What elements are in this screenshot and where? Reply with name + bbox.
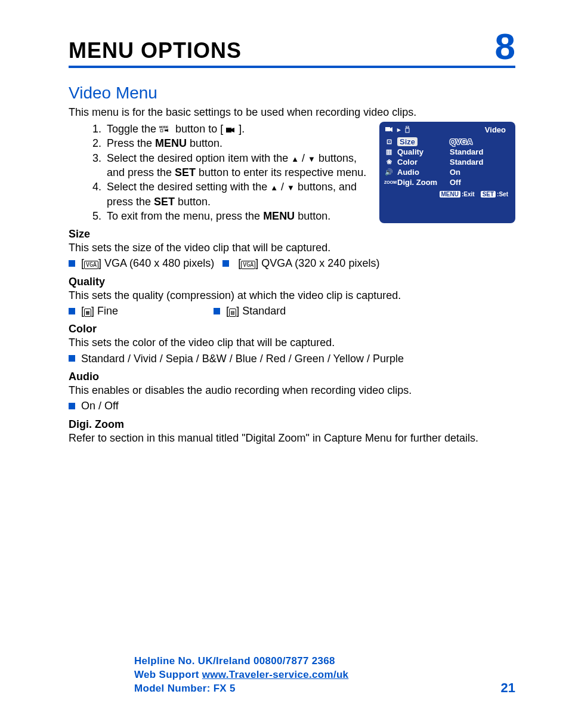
down-arrow-icon: ▼ bbox=[287, 183, 295, 192]
video-icon bbox=[385, 127, 394, 134]
svg-rect-1 bbox=[160, 129, 163, 132]
page-footer: Helpline No. UK/Ireland 00800/7877 2368 … bbox=[69, 655, 515, 696]
bullet-icon bbox=[69, 403, 75, 409]
lcd-row-digizoom: ZOOM Digi. Zoom Off bbox=[383, 177, 512, 187]
bullet-icon bbox=[69, 308, 75, 314]
step-4: Select the desired setting with the ▲ / … bbox=[104, 180, 367, 209]
footer-web: Web Support www.Traveler-service.com/uk bbox=[134, 668, 348, 682]
section-title: Video Menu bbox=[69, 84, 515, 103]
web-support-link[interactable]: www.Traveler-service.com/uk bbox=[202, 669, 349, 680]
color-options: Standard / Vivid / Sepia / B&W / Blue / … bbox=[69, 351, 515, 366]
steps-and-lcd: Toggle the MODE button to [ ]. Press the… bbox=[69, 119, 515, 223]
up-arrow-icon: ▲ bbox=[270, 183, 278, 192]
svg-rect-4 bbox=[385, 127, 390, 131]
color-heading: Color bbox=[69, 323, 515, 335]
lcd-top-icons: ▸ bbox=[385, 126, 410, 134]
quality-option-standard: [▨] Standard bbox=[214, 304, 286, 318]
svg-rect-3 bbox=[226, 128, 231, 132]
step-2: Press the MENU button. bbox=[104, 136, 367, 150]
fine-icon: ▦ bbox=[84, 309, 91, 317]
bullet-icon bbox=[222, 260, 229, 267]
digizoom-heading: Digi. Zoom bbox=[69, 418, 515, 431]
lcd-title: Video bbox=[485, 125, 506, 134]
setup-icon bbox=[404, 126, 410, 134]
vga-icon: VGA bbox=[84, 261, 98, 269]
color-desc: This sets the color of the video clip th… bbox=[69, 335, 515, 350]
digizoom-desc: Refer to section in this manual titled "… bbox=[69, 431, 515, 445]
quality-option-fine: [▦] Fine bbox=[69, 304, 118, 318]
zoom-icon: ZOOM bbox=[384, 180, 394, 184]
video-mode-icon bbox=[226, 127, 236, 134]
color-icon: ❀ bbox=[384, 158, 394, 166]
quality-options: [▦] Fine [▨] Standard bbox=[69, 304, 515, 318]
bullet-icon bbox=[214, 308, 220, 314]
lcd-row-quality: ▥ Quality Standard bbox=[383, 147, 512, 157]
chapter-number: 8 bbox=[495, 30, 515, 63]
audio-heading: Audio bbox=[69, 371, 515, 383]
up-arrow-icon: ▲ bbox=[291, 155, 299, 164]
quality-desc: This sets the quality (compression) at w… bbox=[69, 288, 515, 303]
size-option-vga: [VGA] VGA (640 x 480 pixels) bbox=[69, 256, 214, 270]
steps-list: Toggle the MODE button to [ ]. Press the… bbox=[104, 122, 367, 223]
audio-options: On / Off bbox=[69, 399, 515, 413]
size-option-qvga: [VGA] QVGA (320 x 240 pixels) bbox=[222, 256, 379, 270]
qvga-icon: VGA bbox=[241, 261, 255, 269]
page-number: 21 bbox=[501, 680, 515, 696]
size-icon: ⊡ bbox=[384, 138, 394, 146]
section-intro: This menu is for the basic settings to b… bbox=[69, 105, 515, 119]
lcd-row-size: ⊡ Size QVGA bbox=[383, 137, 512, 147]
step-5: To exit from the menu, press the MENU bu… bbox=[104, 209, 367, 223]
svg-text:MODE: MODE bbox=[159, 125, 169, 129]
footer-model: Model Number: FX 5 bbox=[134, 682, 348, 696]
down-arrow-icon: ▼ bbox=[308, 155, 316, 164]
svg-rect-6 bbox=[406, 128, 409, 132]
mode-icon: MODE bbox=[159, 125, 172, 134]
chapter-title: MENU OPTIONS bbox=[69, 38, 242, 63]
audio-desc: This enables or disables the audio recor… bbox=[69, 383, 515, 397]
standard-icon: ▨ bbox=[229, 309, 236, 317]
bullet-icon bbox=[69, 355, 75, 362]
chapter-header: MENU OPTIONS 8 bbox=[69, 30, 515, 68]
lcd-row-color: ❀ Color Standard bbox=[383, 157, 512, 167]
camera-lcd-preview: ▸ Video ⊡ Size QVGA ▥ Quality Standard ❀… bbox=[379, 122, 515, 223]
svg-rect-2 bbox=[165, 129, 167, 131]
step-1: Toggle the MODE button to [ ]. bbox=[104, 122, 367, 136]
svg-rect-5 bbox=[406, 126, 409, 128]
play-icon: ▸ bbox=[397, 126, 401, 134]
bullet-icon bbox=[69, 260, 75, 267]
step-3: Select the desired option item with the … bbox=[104, 151, 367, 180]
size-options: [VGA] VGA (640 x 480 pixels) [VGA] QVGA … bbox=[69, 256, 515, 270]
lcd-footer: MENU:Exit SET:Set bbox=[383, 187, 512, 198]
quality-heading: Quality bbox=[69, 276, 515, 288]
quality-icon: ▥ bbox=[384, 148, 394, 156]
size-heading: Size bbox=[69, 228, 515, 240]
size-desc: This sets the size of the video clip tha… bbox=[69, 240, 515, 255]
lcd-row-audio: 🔊 Audio On bbox=[383, 167, 512, 177]
audio-icon: 🔊 bbox=[384, 168, 394, 176]
footer-helpline: Helpline No. UK/Ireland 00800/7877 2368 bbox=[134, 655, 348, 668]
